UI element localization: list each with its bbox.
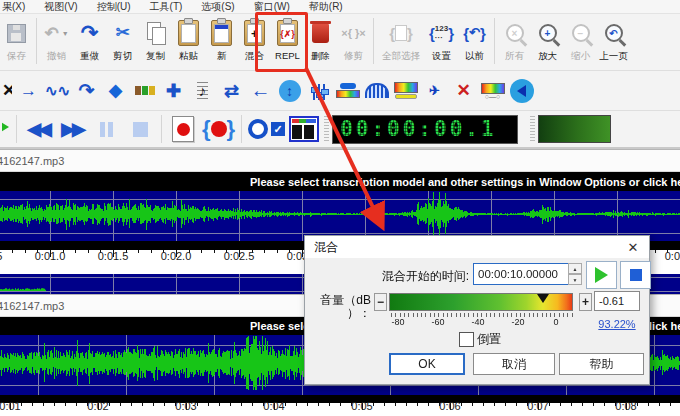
menu-effects-partial[interactable]: 果(X) [2, 0, 25, 14]
paste-button[interactable]: 粘贴 [172, 14, 205, 68]
ruler-minor-tick [164, 403, 165, 406]
replace-label: REPL [275, 50, 300, 61]
exchange-arrows-icon[interactable]: ⇄ [217, 76, 246, 106]
window-2-time-ruler[interactable]: 0:010:020:030:040:050:060:070:08 [0, 395, 680, 416]
undo-button[interactable]: ↶▼撤销 [40, 14, 73, 68]
ruler-minor-tick [54, 403, 55, 406]
max-volume-speaker-icon[interactable] [507, 76, 536, 106]
ruler-minor-tick [214, 250, 215, 253]
pitch-staff-icon[interactable]: ♪ [188, 76, 217, 106]
ruler-minor-tick [264, 250, 265, 253]
volume-updown-icon[interactable]: ↕ [275, 76, 304, 106]
cancel-button[interactable]: 取消 [473, 353, 555, 375]
spinner-up-icon[interactable]: ▲ [568, 263, 582, 274]
menu-options[interactable]: 选项(S) [201, 0, 234, 14]
volume-scale-label: -20 [511, 317, 524, 327]
filter-arch-icon[interactable] [362, 76, 391, 106]
ruler-minor-tick [285, 403, 286, 406]
play-button[interactable] [0, 114, 12, 144]
rewind-icon: ◀◀ [27, 118, 49, 140]
volume-slider-thumb[interactable] [537, 294, 549, 303]
mechanize-icon[interactable]: ◆ [101, 76, 130, 106]
delete-button[interactable]: 删除 [304, 14, 337, 68]
ruler-minor-tick [120, 403, 121, 406]
clipboard-plus-icon: + [244, 16, 265, 50]
set-selection-button[interactable]: {123···}设置 [425, 14, 458, 68]
silence-clamp-icon[interactable]: ✕ [449, 76, 478, 106]
pause-button[interactable] [91, 114, 121, 144]
previous-selection-icon: {↶} [463, 16, 486, 50]
offset-move-icon[interactable]: ✚ [159, 76, 188, 106]
playback-options-button[interactable]: ✓ [248, 114, 285, 144]
ruler-time-label: 0:01.5 [98, 250, 129, 262]
record-selection-button[interactable]: {} [202, 114, 235, 144]
insert-icon[interactable]: → [14, 76, 43, 106]
zoom-previous-label: 上一页 [599, 50, 628, 61]
start-time-spinner[interactable]: ▲ ▼ [568, 263, 582, 285]
zoom-all-button[interactable]: ×所有 [498, 14, 531, 68]
menu-window[interactable]: 窗口(W) [254, 0, 290, 14]
volume-decrease-button[interactable]: − [374, 293, 387, 311]
ruler-time-label: 0:01.0 [35, 250, 66, 262]
ruler-minor-tick [109, 403, 110, 406]
volume-shape-icon[interactable] [333, 76, 362, 106]
doppler-wave-icon[interactable]: ∿∿ [43, 76, 72, 106]
ruler-minor-tick [670, 403, 671, 406]
start-time-input[interactable]: 00:00:10.00000 [473, 263, 572, 285]
select-all-button[interactable]: {}全部选择 [377, 14, 425, 68]
shift-left-icon[interactable]: ← [246, 76, 275, 106]
zoom-out-button[interactable]: −缩小 [564, 14, 597, 68]
stop-button[interactable] [125, 114, 155, 144]
fast-forward-icon: ▶▶ [61, 118, 83, 140]
mix-button[interactable]: +混合 [238, 14, 271, 68]
mix-dialog-body: 混合开始的时间: 00:00:10.00000 ▲ ▼ 音量（dB ）： − + [305, 258, 649, 384]
equalizer-icon[interactable] [304, 76, 333, 106]
replace-button[interactable]: {✗}REPL [271, 14, 304, 68]
ruler-minor-tick [417, 403, 418, 406]
toolbar-grip[interactable] [530, 116, 535, 142]
rewind-button[interactable]: ◀◀ [23, 114, 53, 144]
noise-gate-icon[interactable]: ✈ [420, 76, 449, 106]
help-button[interactable]: 帮助 [559, 353, 644, 375]
zoom-in-button[interactable]: +放大 [531, 14, 564, 68]
parametric-eq-icon[interactable] [391, 76, 420, 106]
mix-dialog-title-bar[interactable]: 混合 ✕ [305, 236, 649, 258]
fast-forward-button[interactable]: ▶▶ [57, 114, 87, 144]
window-1-waveform[interactable] [0, 191, 680, 241]
trim-button[interactable]: ×{ }×修剪 [337, 14, 370, 68]
record-button[interactable] [168, 114, 198, 144]
menu-help[interactable]: 帮助(R) [309, 0, 343, 14]
zoom-previous-button[interactable]: ↶上一页 [597, 14, 630, 68]
save-button[interactable]: 保存 [0, 14, 33, 68]
invert-checkbox[interactable] [459, 332, 474, 347]
device-window-button[interactable] [289, 114, 319, 144]
previous-selection-label: 以前 [465, 50, 484, 61]
menu-control[interactable]: 控制(U) [97, 0, 131, 14]
toolbar-grip[interactable] [324, 116, 329, 142]
copy-button[interactable]: 复制 [139, 14, 172, 68]
window-1-title-bar: 4162147.mp3 [0, 150, 680, 172]
ruler-time-label: 0:06.0 [665, 250, 680, 262]
ruler-minor-tick [88, 250, 89, 253]
close-icon[interactable]: ✕ [617, 236, 649, 258]
spinner-down-icon[interactable]: ▼ [568, 274, 582, 285]
cut-button[interactable]: ✂剪切 [106, 14, 139, 68]
volume-percent-link[interactable]: 93.22% [594, 318, 640, 330]
preview-stop-button[interactable] [620, 261, 651, 289]
zoom-all-label: 所有 [505, 50, 524, 61]
reverse-arrow-icon[interactable]: ↷ [72, 76, 101, 106]
ruler-minor-tick [12, 250, 13, 253]
edit-partial-icon[interactable]: ✕╱ [0, 76, 14, 106]
paste-new-button[interactable]: 新 [205, 14, 238, 68]
preview-play-button[interactable] [586, 261, 617, 289]
menu-tools[interactable]: 工具(T) [150, 0, 183, 14]
previous-selection-button[interactable]: {↶}以前 [458, 14, 491, 68]
palette-icon[interactable] [130, 76, 159, 106]
volume-db-value[interactable]: -0.61 [594, 291, 640, 311]
redo-button[interactable]: ↷重做 [73, 14, 106, 68]
menu-view[interactable]: 视图(V) [44, 0, 77, 14]
volume-increase-button[interactable]: + [579, 293, 592, 311]
ok-button[interactable]: OK [389, 353, 465, 375]
spectrum-cart-icon[interactable]: ○—○ [478, 76, 507, 106]
window-panel-icon [289, 116, 319, 142]
